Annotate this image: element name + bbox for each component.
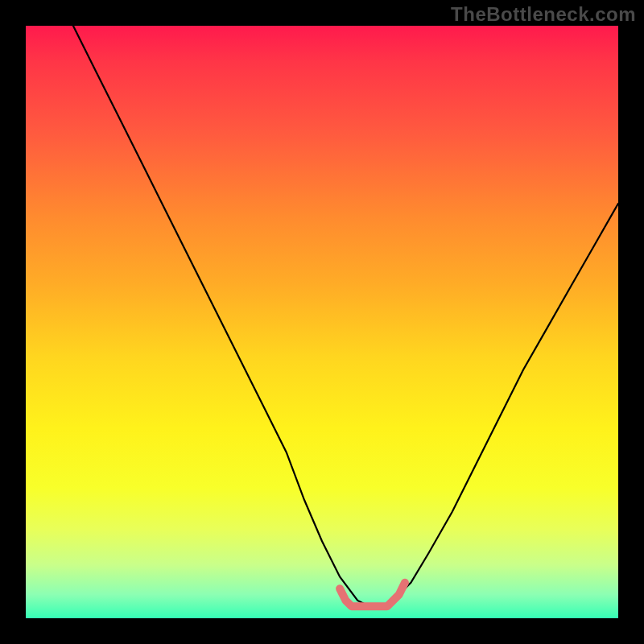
plot-area	[26, 26, 618, 618]
curve-layer	[26, 26, 618, 618]
optimal-zone-marker	[340, 583, 405, 607]
watermark-text: TheBottleneck.com	[451, 3, 636, 26]
bottleneck-curve	[73, 26, 618, 606]
chart-frame: TheBottleneck.com	[0, 0, 644, 644]
